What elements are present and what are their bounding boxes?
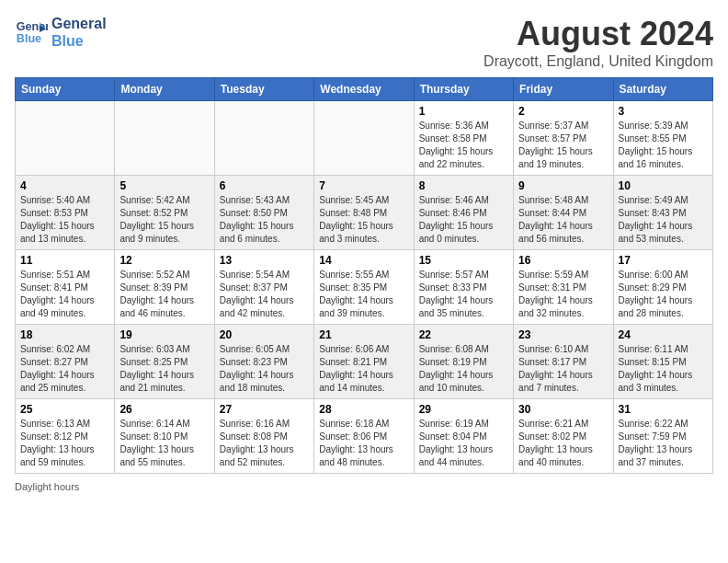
day-info: Sunrise: 5:46 AM Sunset: 8:46 PM Dayligh…: [419, 194, 508, 246]
calendar-week-row: 4Sunrise: 5:40 AM Sunset: 8:53 PM Daylig…: [16, 176, 713, 250]
day-number: 21: [319, 328, 408, 341]
day-number: 2: [518, 105, 608, 118]
day-number: 31: [619, 403, 708, 416]
day-number: 17: [619, 254, 708, 267]
calendar-cell: 1Sunrise: 5:36 AM Sunset: 8:58 PM Daylig…: [414, 101, 513, 176]
day-number: 28: [319, 403, 408, 416]
logo-icon: General Blue: [15, 16, 48, 49]
day-number: 25: [20, 403, 109, 416]
day-number: 29: [419, 403, 508, 416]
calendar-cell: 18Sunrise: 6:02 AM Sunset: 8:27 PM Dayli…: [16, 325, 115, 399]
day-info: Sunrise: 6:14 AM Sunset: 8:10 PM Dayligh…: [119, 418, 209, 469]
day-of-week-header: Thursday: [414, 78, 513, 101]
calendar-cell: 23Sunrise: 6:10 AM Sunset: 8:17 PM Dayli…: [514, 325, 613, 399]
calendar-cell: 8Sunrise: 5:46 AM Sunset: 8:46 PM Daylig…: [414, 176, 513, 250]
calendar-cell: 12Sunrise: 5:52 AM Sunset: 8:39 PM Dayli…: [115, 250, 214, 325]
day-number: 6: [220, 179, 309, 192]
day-number: 18: [20, 328, 109, 341]
calendar-body: 1Sunrise: 5:36 AM Sunset: 8:58 PM Daylig…: [16, 101, 713, 474]
day-number: 22: [419, 328, 508, 341]
day-info: Sunrise: 5:51 AM Sunset: 8:41 PM Dayligh…: [20, 269, 109, 320]
day-info: Sunrise: 5:36 AM Sunset: 8:58 PM Dayligh…: [419, 120, 508, 171]
day-info: Sunrise: 5:48 AM Sunset: 8:44 PM Dayligh…: [518, 194, 608, 246]
day-number: 10: [619, 179, 708, 192]
calendar-cell: 17Sunrise: 6:00 AM Sunset: 8:29 PM Dayli…: [613, 250, 712, 325]
calendar-week-row: 25Sunrise: 6:13 AM Sunset: 8:12 PM Dayli…: [16, 399, 713, 474]
calendar-cell: 15Sunrise: 5:57 AM Sunset: 8:33 PM Dayli…: [414, 250, 513, 325]
day-number: 24: [619, 328, 708, 341]
day-info: Sunrise: 6:06 AM Sunset: 8:21 PM Dayligh…: [319, 343, 408, 395]
day-info: Sunrise: 6:05 AM Sunset: 8:23 PM Dayligh…: [220, 343, 309, 395]
calendar-week-row: 1Sunrise: 5:36 AM Sunset: 8:58 PM Daylig…: [16, 101, 713, 176]
day-number: 27: [220, 403, 309, 416]
day-number: 13: [220, 254, 309, 267]
day-number: 11: [20, 254, 109, 267]
day-info: Sunrise: 6:21 AM Sunset: 8:02 PM Dayligh…: [518, 418, 608, 469]
logo-general: General: [51, 15, 107, 32]
calendar-cell: 11Sunrise: 5:51 AM Sunset: 8:41 PM Dayli…: [16, 250, 115, 325]
calendar-cell: [214, 101, 313, 176]
day-info: Sunrise: 5:45 AM Sunset: 8:48 PM Dayligh…: [319, 194, 408, 246]
day-info: Sunrise: 5:49 AM Sunset: 8:43 PM Dayligh…: [619, 194, 708, 246]
day-info: Sunrise: 6:02 AM Sunset: 8:27 PM Dayligh…: [20, 343, 109, 395]
footer-note: Daylight hours: [15, 481, 713, 492]
day-info: Sunrise: 6:10 AM Sunset: 8:17 PM Dayligh…: [518, 343, 608, 395]
day-number: 14: [319, 254, 408, 267]
calendar-cell: 22Sunrise: 6:08 AM Sunset: 8:19 PM Dayli…: [414, 325, 513, 399]
day-info: Sunrise: 5:55 AM Sunset: 8:35 PM Dayligh…: [319, 269, 408, 320]
main-title: August 2024: [483, 15, 713, 53]
day-info: Sunrise: 5:43 AM Sunset: 8:50 PM Dayligh…: [220, 194, 309, 246]
day-info: Sunrise: 5:39 AM Sunset: 8:55 PM Dayligh…: [619, 120, 708, 171]
calendar-table: SundayMondayTuesdayWednesdayThursdayFrid…: [15, 77, 713, 474]
day-number: 20: [220, 328, 309, 341]
day-info: Sunrise: 6:00 AM Sunset: 8:29 PM Dayligh…: [619, 269, 708, 320]
calendar-cell: 13Sunrise: 5:54 AM Sunset: 8:37 PM Dayli…: [214, 250, 313, 325]
day-number: 26: [119, 403, 209, 416]
day-info: Sunrise: 5:54 AM Sunset: 8:37 PM Dayligh…: [220, 269, 309, 320]
calendar-cell: 27Sunrise: 6:16 AM Sunset: 8:08 PM Dayli…: [214, 399, 313, 474]
day-of-week-header: Tuesday: [214, 78, 313, 101]
svg-text:Blue: Blue: [17, 32, 41, 45]
day-of-week-header: Monday: [115, 78, 214, 101]
calendar-cell: 9Sunrise: 5:48 AM Sunset: 8:44 PM Daylig…: [514, 176, 613, 250]
calendar-cell: 29Sunrise: 6:19 AM Sunset: 8:04 PM Dayli…: [414, 399, 513, 474]
calendar-cell: 6Sunrise: 5:43 AM Sunset: 8:50 PM Daylig…: [214, 176, 313, 250]
calendar-header: SundayMondayTuesdayWednesdayThursdayFrid…: [16, 78, 713, 101]
calendar-cell: [314, 101, 414, 176]
day-number: 3: [619, 105, 708, 118]
day-number: 7: [319, 179, 408, 192]
day-info: Sunrise: 6:19 AM Sunset: 8:04 PM Dayligh…: [419, 418, 508, 469]
day-number: 5: [119, 179, 209, 192]
day-info: Sunrise: 5:42 AM Sunset: 8:52 PM Dayligh…: [119, 194, 209, 246]
calendar-cell: 2Sunrise: 5:37 AM Sunset: 8:57 PM Daylig…: [514, 101, 613, 176]
day-info: Sunrise: 5:59 AM Sunset: 8:31 PM Dayligh…: [518, 269, 608, 320]
calendar-week-row: 18Sunrise: 6:02 AM Sunset: 8:27 PM Dayli…: [16, 325, 713, 399]
day-info: Sunrise: 5:57 AM Sunset: 8:33 PM Dayligh…: [419, 269, 508, 320]
day-info: Sunrise: 6:16 AM Sunset: 8:08 PM Dayligh…: [220, 418, 309, 469]
calendar-cell: 31Sunrise: 6:22 AM Sunset: 7:59 PM Dayli…: [613, 399, 712, 474]
calendar-cell: 5Sunrise: 5:42 AM Sunset: 8:52 PM Daylig…: [115, 176, 214, 250]
calendar-cell: 14Sunrise: 5:55 AM Sunset: 8:35 PM Dayli…: [314, 250, 414, 325]
day-number: 9: [518, 179, 608, 192]
day-number: 1: [419, 105, 508, 118]
day-info: Sunrise: 6:08 AM Sunset: 8:19 PM Dayligh…: [419, 343, 508, 395]
day-info: Sunrise: 5:52 AM Sunset: 8:39 PM Dayligh…: [119, 269, 209, 320]
calendar-cell: 24Sunrise: 6:11 AM Sunset: 8:15 PM Dayli…: [613, 325, 712, 399]
day-number: 23: [518, 328, 608, 341]
calendar-cell: 10Sunrise: 5:49 AM Sunset: 8:43 PM Dayli…: [613, 176, 712, 250]
day-number: 4: [20, 179, 109, 192]
day-of-week-header: Friday: [514, 78, 613, 101]
day-number: 15: [419, 254, 508, 267]
calendar-cell: [115, 101, 214, 176]
day-of-week-header: Wednesday: [314, 78, 414, 101]
day-number: 8: [419, 179, 508, 192]
calendar-cell: 26Sunrise: 6:14 AM Sunset: 8:10 PM Dayli…: [115, 399, 214, 474]
day-of-week-header: Sunday: [16, 78, 115, 101]
day-number: 12: [119, 254, 209, 267]
day-info: Sunrise: 5:40 AM Sunset: 8:53 PM Dayligh…: [20, 194, 109, 246]
logo: General Blue General Blue: [15, 15, 107, 50]
calendar-cell: 25Sunrise: 6:13 AM Sunset: 8:12 PM Dayli…: [16, 399, 115, 474]
calendar-cell: 21Sunrise: 6:06 AM Sunset: 8:21 PM Dayli…: [314, 325, 414, 399]
day-number: 16: [518, 254, 608, 267]
calendar-cell: 16Sunrise: 5:59 AM Sunset: 8:31 PM Dayli…: [514, 250, 613, 325]
